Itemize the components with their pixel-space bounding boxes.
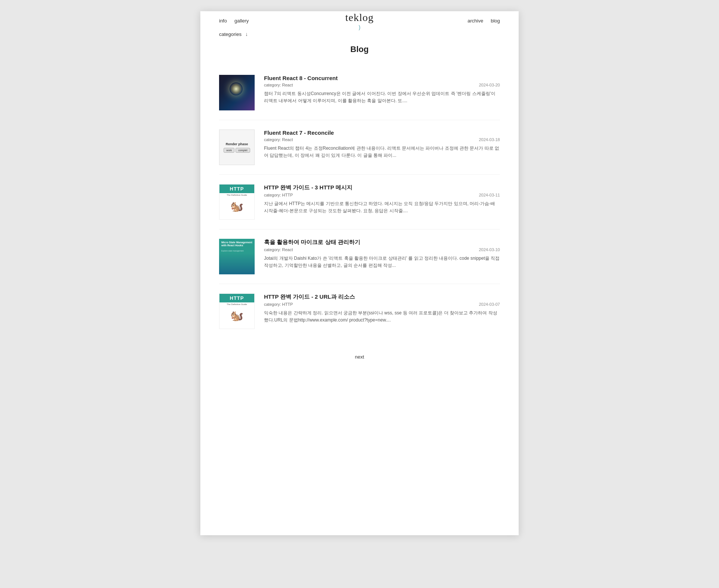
post-category: category: React — [264, 247, 293, 252]
post-date: 2024-03-18 — [479, 137, 500, 142]
post-content: Fluent React 8 - Concurrent category: Re… — [264, 75, 500, 110]
post-excerpt: Jotai의 개발자 Daishi Kato가 쓴 '리액트 훅을 활용한 마이… — [264, 255, 500, 269]
post-thumbnail: Render phase work complet — [219, 130, 255, 165]
post-thumbnail: HTTP The Definitive Guide 🐿️ — [219, 184, 255, 220]
post-date: 2024-03-07 — [479, 302, 500, 307]
post-meta: category: React 2024-03-18 — [264, 137, 500, 142]
post-item[interactable]: Micro State Managementwith React Hooks E… — [219, 229, 500, 284]
site-title: teklog — [345, 12, 374, 24]
post-thumbnail: Micro State Managementwith React Hooks E… — [219, 239, 255, 274]
nav-archive[interactable]: archive — [468, 18, 483, 24]
post-meta: category: HTTP 2024-03-07 — [264, 302, 500, 307]
blog-title-section: Blog — [200, 41, 519, 65]
post-content: HTTP 완벽 가이드 - 3 HTTP 메시지 category: HTTP … — [264, 184, 500, 220]
post-title: HTTP 완벽 가이드 - 2 URL과 리소스 — [264, 293, 500, 301]
post-title: Fluent React 8 - Concurrent — [264, 75, 500, 81]
header-center: teklog ) — [345, 12, 374, 30]
post-meta: category: React 2024-03-20 — [264, 83, 500, 87]
page-container: info gallery teklog ) archive blog categ… — [200, 11, 519, 535]
post-category: category: React — [264, 137, 293, 142]
thumbnail-reconcile: Render phase work complet — [219, 130, 255, 165]
post-content: 훅을 활용하여 마이크로 상태 관리하기 category: React 202… — [264, 239, 500, 274]
post-date: 2024-03-10 — [479, 247, 500, 252]
post-excerpt: 지난 글에서 HTTP는 메시지를 기반으로 통신한다고 하였다. 메시지는 오… — [264, 200, 500, 214]
post-item[interactable]: Render phase work complet Fluent React 7… — [219, 120, 500, 175]
post-excerpt: 익숙한 내용은 간략하게 정리. 읽으면서 궁금한 부분(ssi이나 wss, … — [264, 310, 500, 324]
post-item[interactable]: HTTP The Definitive Guide 🐿️ HTTP 완벽 가이드… — [219, 284, 500, 338]
next-page-link[interactable]: next — [355, 354, 364, 360]
post-content: Fluent React 7 - Reconcile category: Rea… — [264, 130, 500, 165]
post-item[interactable]: Fluent React 8 - Concurrent category: Re… — [219, 65, 500, 120]
nav-right: archive blog — [468, 18, 500, 24]
nav-info[interactable]: info — [219, 18, 227, 24]
thumbnail-http1: HTTP The Definitive Guide 🐿️ — [219, 184, 255, 220]
post-category: category: HTTP — [264, 302, 293, 307]
thumbnail-http2: HTTP The Definitive Guide 🐿️ — [219, 293, 255, 329]
post-date: 2024-03-11 — [479, 193, 500, 197]
post-excerpt: Fluent React의 챕터 4는 조정Reconciliation에 관한… — [264, 145, 500, 159]
post-title: Fluent React 7 - Reconcile — [264, 130, 500, 136]
header: info gallery teklog ) archive blog — [200, 11, 519, 24]
post-thumbnail: HTTP The Definitive Guide 🐿️ — [219, 293, 255, 329]
thumbnail-micro: Micro State Managementwith React Hooks E… — [219, 239, 255, 274]
post-title: HTTP 완벽 가이드 - 3 HTTP 메시지 — [264, 184, 500, 191]
sort-icon[interactable]: ↓ — [245, 31, 248, 37]
nav-gallery[interactable]: gallery — [234, 18, 249, 24]
post-thumbnail — [219, 75, 255, 110]
post-date: 2024-03-20 — [479, 83, 500, 87]
categories-label[interactable]: categories — [219, 31, 242, 37]
thumbnail-concurrent — [219, 75, 255, 110]
moon-icon: ) — [345, 24, 374, 30]
post-content: HTTP 완벽 가이드 - 2 URL과 리소스 category: HTTP … — [264, 293, 500, 329]
post-meta: category: HTTP 2024-03-11 — [264, 193, 500, 197]
post-title: 훅을 활용하여 마이크로 상태 관리하기 — [264, 239, 500, 246]
posts-list: Fluent React 8 - Concurrent category: Re… — [200, 65, 519, 338]
post-excerpt: 챕터 7의 리액트 동시성Concurrency은 이전 글에서 이어진다. 이… — [264, 90, 500, 104]
pagination: next — [200, 338, 519, 371]
post-meta: category: React 2024-03-10 — [264, 247, 500, 252]
blog-title: Blog — [200, 45, 519, 54]
nav-blog[interactable]: blog — [491, 18, 500, 24]
post-category: category: React — [264, 83, 293, 87]
post-item[interactable]: HTTP The Definitive Guide 🐿️ HTTP 완벽 가이드… — [219, 175, 500, 229]
post-category: category: HTTP — [264, 193, 293, 197]
nav-left: info gallery — [219, 18, 249, 24]
